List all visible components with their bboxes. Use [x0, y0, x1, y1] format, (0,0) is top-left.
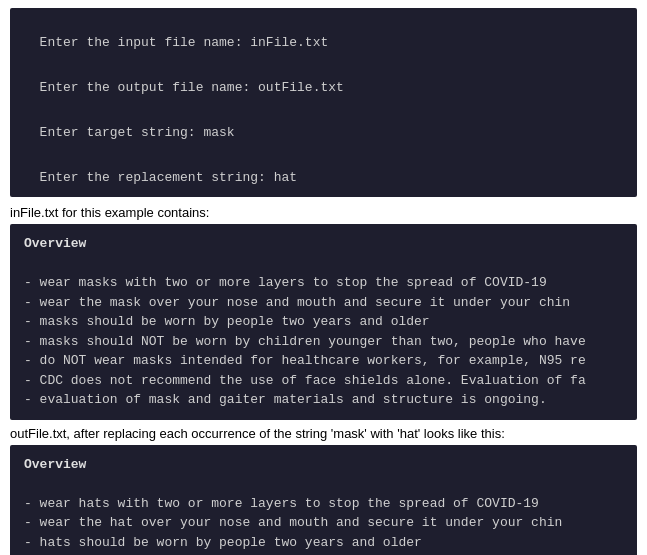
infile-line-6: - evaluation of mask and gaiter material…: [24, 390, 623, 410]
outfile-blank: [24, 474, 623, 494]
infile-content-box: Overview - wear masks with two or more l…: [10, 224, 637, 420]
outfile-line-0: - wear hats with two or more layers to s…: [24, 494, 623, 514]
infile-blank: [24, 254, 623, 274]
infile-line-5: - CDC does not recommend the use of face…: [24, 371, 623, 391]
outfile-line-2: - hats should be worn by people two year…: [24, 533, 623, 553]
outfile-line-1: - wear the hat over your nose and mouth …: [24, 513, 623, 533]
infile-line-3: - masks should NOT be worn by children y…: [24, 332, 623, 352]
infile-line-2: - masks should be worn by people two yea…: [24, 312, 623, 332]
infile-line-4: - do NOT wear masks intended for healthc…: [24, 351, 623, 371]
terminal-line-2: Enter the output file name: outFile.txt: [40, 80, 344, 95]
infile-line-1: - wear the mask over your nose and mouth…: [24, 293, 623, 313]
infile-overview: Overview: [24, 234, 623, 254]
terminal-line-3: Enter target string: mask: [40, 125, 235, 140]
outfile-label: outFile.txt, after replacing each occurr…: [10, 426, 637, 441]
terminal-input-box: Enter the input file name: inFile.txt En…: [10, 8, 637, 197]
infile-line-0: - wear masks with two or more layers to …: [24, 273, 623, 293]
infile-label: inFile.txt for this example contains:: [10, 205, 637, 220]
terminal-line-1: Enter the input file name: inFile.txt: [40, 35, 329, 50]
outfile-content-box: Overview - wear hats with two or more la…: [10, 445, 637, 556]
terminal-line-4: Enter the replacement string: hat: [40, 170, 297, 185]
outfile-overview: Overview: [24, 455, 623, 475]
